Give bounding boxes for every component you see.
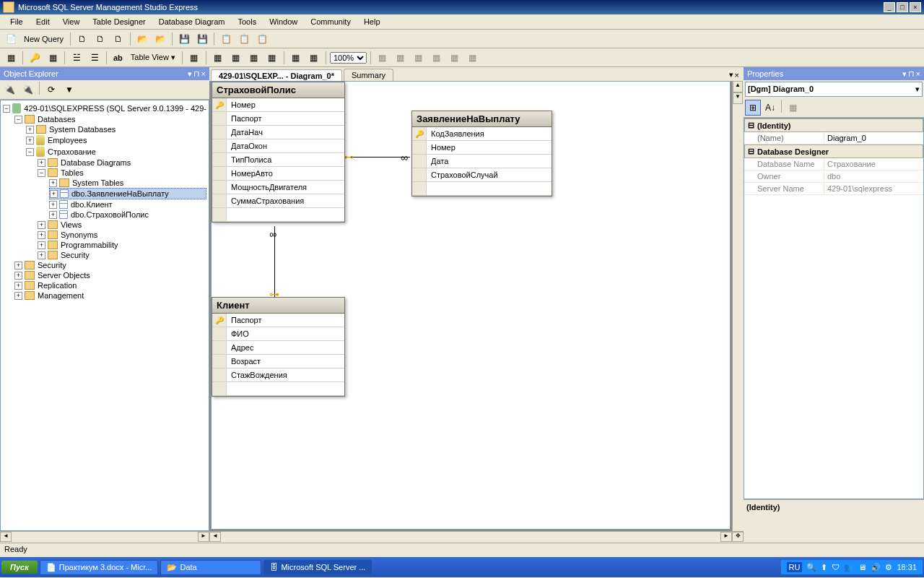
tray-icon[interactable]: ⬆ (821, 563, 827, 572)
table-view-dropdown[interactable]: Table View ▾ (128, 51, 178, 64)
open-icon[interactable]: 📂 (134, 31, 150, 47)
table-column[interactable]: СтажВождения (212, 368, 344, 382)
canvas-hscroll[interactable]: ◄►✥ (209, 531, 744, 543)
tray-icon[interactable]: 🛡 (832, 563, 840, 571)
tb-btn-1[interactable]: 🗋 (74, 31, 90, 47)
tree-sysdb[interactable]: +System Databases (26, 124, 206, 134)
tree-tables[interactable]: −Tables (38, 168, 206, 178)
prop-pin-icon[interactable]: ⊓ (908, 69, 915, 79)
prop-pages-icon[interactable]: ▦ (785, 100, 801, 116)
diagram-table-1[interactable]: СтраховойПолис 🔑НомерПаспортДатаНачДатаО… (212, 82, 345, 223)
tb2-16[interactable]: ▦ (429, 50, 445, 66)
tree-table-1[interactable]: +dbo.ЗаявлениеНаВыплату (49, 188, 206, 199)
canvas-vscroll[interactable]: ▲▼ (732, 81, 744, 531)
menu-help[interactable]: Help (358, 16, 386, 27)
tray-icon[interactable]: 👥 (844, 563, 854, 572)
table-column[interactable]: Дата (412, 155, 552, 168)
tab-diagram[interactable]: 429-01\SQLEXP... - Diagram_0* (211, 69, 342, 82)
expander-icon[interactable]: − (38, 169, 45, 177)
menu-window[interactable]: Window (263, 16, 303, 27)
expander-icon[interactable]: + (26, 126, 34, 134)
tb-btn-3[interactable]: 🗋 (110, 31, 126, 47)
table-column[interactable]: Номер (412, 141, 552, 155)
oe-connect-icon[interactable]: 🔌 (1, 82, 17, 98)
table-column[interactable]: Возраст (212, 355, 344, 368)
properties-object-select[interactable]: [Dgm] Diagram_0▾ (745, 82, 923, 97)
prop-category-identity[interactable]: ⊟(Identity) (744, 118, 923, 132)
expander-icon[interactable]: + (38, 241, 45, 249)
prop-row-server[interactable]: Server Name429-01\sqlexpress (744, 183, 923, 195)
prop-category-dbdesigner[interactable]: ⊟Database Designer (744, 144, 923, 158)
pan-icon[interactable]: ✥ (732, 532, 744, 542)
tb2-7[interactable]: ▦ (210, 50, 226, 66)
tb-btn-9[interactable]: 📋 (254, 31, 270, 47)
tb2-13[interactable]: ▦ (375, 50, 391, 66)
tray-icon[interactable]: 🔍 (806, 563, 816, 572)
expander-icon[interactable]: + (14, 292, 22, 300)
tb2-6[interactable]: ▦ (186, 50, 202, 66)
menu-tools[interactable]: Tools (232, 16, 262, 27)
prop-categorized-icon[interactable]: ⊞ (745, 100, 761, 116)
table-column[interactable]: Паспорт (212, 112, 344, 126)
tb2-18[interactable]: ▦ (465, 50, 481, 66)
menu-file[interactable]: File (4, 16, 29, 27)
tree-programmability[interactable]: +Programmability (38, 240, 206, 250)
tb2-17[interactable]: ▦ (447, 50, 463, 66)
tb2-9[interactable]: ▦ (246, 50, 262, 66)
tb2-1[interactable]: ▦ (3, 50, 19, 66)
tray-icon[interactable]: ⚙ (885, 563, 892, 572)
prop-row-owner[interactable]: Ownerdbo (744, 171, 923, 183)
new-query-button[interactable]: New Query (21, 33, 66, 45)
expander-icon[interactable]: + (38, 159, 45, 167)
tb2-3[interactable]: ▦ (45, 50, 61, 66)
expander-icon[interactable]: + (38, 231, 45, 239)
tree-management[interactable]: +Management (14, 290, 206, 301)
table-column[interactable]: ДатаОкон (212, 139, 344, 153)
oe-disconnect-icon[interactable]: 🔌 (19, 82, 35, 98)
save-icon[interactable]: 💾 (176, 31, 192, 47)
diagram-canvas[interactable]: ⊷ ∞ ∞ ⊶ СтраховойПолис 🔑НомерПаспортДата… (211, 81, 731, 530)
table-column[interactable]: СтраховойСлучай (412, 168, 552, 182)
tb2-11[interactable]: ▦ (288, 50, 304, 66)
menu-edit[interactable]: Edit (30, 16, 56, 27)
tb2-5[interactable]: ☰ (87, 50, 103, 66)
prop-alpha-icon[interactable]: A↓ (762, 100, 778, 116)
tb2-15[interactable]: ▦ (411, 50, 427, 66)
tab-close-icon[interactable]: × (735, 71, 739, 79)
expander-icon[interactable]: − (26, 148, 34, 156)
prop-row-name[interactable]: (Name)Diagram_0 (744, 132, 923, 144)
table-column[interactable]: ФИО (212, 327, 344, 341)
maximize-button[interactable]: □ (897, 2, 908, 12)
menu-table-designer[interactable]: Table Designer (87, 16, 151, 27)
expander-icon[interactable]: + (49, 201, 57, 209)
tb2-ab[interactable]: ab (110, 52, 126, 64)
tree-dbdiagrams[interactable]: +Database Diagrams (38, 158, 206, 168)
tray-icon[interactable]: 🔊 (871, 563, 881, 572)
diagram-table-2[interactable]: ЗаявлениеНаВыплату 🔑КодЗаявленияНомерДат… (411, 111, 552, 197)
table-column[interactable]: СуммаСтрахования (212, 194, 344, 208)
tray-icon[interactable]: 🖥 (858, 563, 866, 571)
tree-insurance[interactable]: −Страхование (26, 146, 206, 158)
expander-icon[interactable]: − (14, 116, 22, 124)
tb-btn-7[interactable]: 📋 (218, 31, 234, 47)
tree-serverobj[interactable]: +Server Objects (14, 270, 206, 280)
tree-server[interactable]: −429-01\SQLEXPRESS (SQL Server 9.0.1399 … (3, 103, 206, 114)
zoom-select[interactable]: 100% (330, 52, 367, 64)
tree-security[interactable]: +Security (14, 260, 206, 270)
close-button[interactable]: × (910, 2, 921, 12)
tb-btn-8[interactable]: 📋 (236, 31, 252, 47)
expander-icon[interactable]: + (49, 179, 57, 187)
taskbar-item-1[interactable]: 📄 Практикум 3.docx - Micr... (40, 560, 159, 575)
expander-icon[interactable]: + (26, 137, 34, 144)
tb-btn-2[interactable]: 🗋 (92, 31, 108, 47)
expander-icon[interactable]: + (50, 190, 58, 198)
tb2-12[interactable]: ▦ (306, 50, 322, 66)
taskbar-item-2[interactable]: 📂 Data (160, 560, 261, 575)
expander-icon[interactable]: + (14, 282, 22, 290)
menu-database-diagram[interactable]: Database Diagram (153, 16, 231, 27)
table-column[interactable]: 🔑Паспорт (212, 314, 344, 327)
prop-dropdown-icon[interactable]: ▾ (902, 69, 907, 79)
expander-icon[interactable]: − (3, 105, 10, 113)
tab-summary[interactable]: Summary (344, 69, 393, 81)
tree-synonyms[interactable]: +Synonyms (38, 230, 206, 240)
